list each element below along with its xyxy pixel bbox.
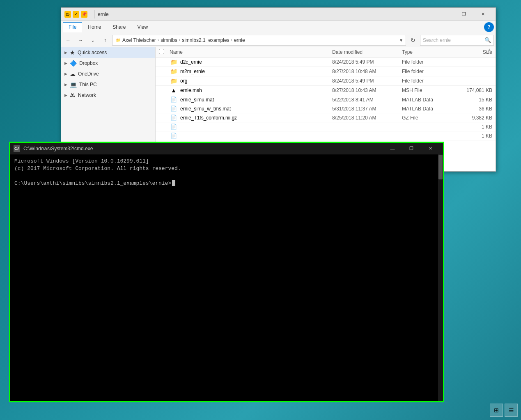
- cmd-scrollbar-thumb[interactable]: [438, 155, 443, 179]
- expand-arrow-onedrive: ▶: [64, 72, 67, 76]
- select-all-checkbox[interactable]: [159, 49, 164, 54]
- restore-button[interactable]: ❐: [454, 8, 473, 21]
- onedrive-icon: ☁: [70, 71, 76, 77]
- sidebar-item-network[interactable]: ▶ 🖧 Network: [61, 90, 155, 101]
- folder-icon: 📁: [170, 78, 178, 84]
- table-row[interactable]: 📄 ernie_simu_w_tms.mat 5/31/2018 11:37 A…: [156, 104, 496, 113]
- cmd-cursor: [172, 180, 175, 186]
- file-date: 5/22/2018 8:41 AM: [332, 97, 402, 103]
- titlebar-folder-icon: 🗁: [64, 11, 71, 18]
- file-icon: 📄: [170, 133, 178, 139]
- address-icon: 📁: [116, 38, 121, 42]
- address-bar-row: ← → ⌄ ↑ 📁 Axel Thielscher › simnibs › si…: [61, 33, 496, 47]
- header-size[interactable]: Size: [451, 49, 492, 55]
- cmd-content[interactable]: Microsoft Windows [Version 10.0.16299.61…: [10, 154, 443, 401]
- crumb-ernie[interactable]: ernie: [234, 37, 245, 43]
- table-row[interactable]: ▲ ernie.msh 8/27/2018 10:43 AM MSH File …: [156, 86, 496, 95]
- table-row[interactable]: 📁 d2c_ernie 8/24/2018 5:49 PM File folde…: [156, 57, 496, 67]
- refresh-button[interactable]: ↻: [408, 35, 418, 46]
- file-type: MATLAB Data: [402, 106, 451, 112]
- sidebar-item-onedrive[interactable]: ▶ ☁ OneDrive: [61, 69, 155, 79]
- back-button[interactable]: ←: [63, 35, 73, 46]
- file-date: 8/25/2018 11:20 AM: [332, 115, 402, 121]
- table-row[interactable]: 📁 m2m_ernie 8/27/2018 10:48 AM File fold…: [156, 67, 496, 76]
- table-row[interactable]: 📄 1 KB: [156, 131, 496, 140]
- address-box[interactable]: 📁 Axel Thielscher › simnibs › simnibs2.1…: [112, 35, 406, 46]
- cmd-title: C:\Windows\System32\cmd.exe: [23, 146, 383, 151]
- header-name[interactable]: Name: [170, 49, 332, 55]
- sidebar-label-this-pc: This PC: [79, 82, 97, 87]
- cmd-prompt-text: C:\Users\axthi\simnibs\simnibs2.1_exampl…: [14, 180, 171, 186]
- cmd-line-2: (c) 2017 Microsoft Corporation. All righ…: [14, 165, 439, 172]
- file-explorer-title-bar: 🗁 ✓ 📌 ernie — ❐ ✕: [61, 8, 496, 21]
- crumb-simnibs21[interactable]: simnibs2.1_examples: [182, 37, 229, 43]
- folder-icon: 📁: [170, 59, 178, 65]
- crumb-axel[interactable]: Axel Thielscher: [122, 37, 156, 43]
- this-pc-icon: 💻: [70, 81, 77, 88]
- network-icon: 🖧: [70, 92, 76, 99]
- file-icon: 📄: [170, 124, 178, 130]
- search-box[interactable]: Search ernie 🔍: [420, 35, 494, 46]
- folder-icon: 📁: [170, 68, 178, 75]
- file-name: ernie_simu.mat: [180, 97, 332, 103]
- cmd-prompt-line: C:\Users\axthi\simnibs\simnibs2.1_exampl…: [14, 180, 439, 186]
- file-name: ernie.msh: [180, 87, 332, 93]
- file-icon: 📄: [170, 115, 178, 121]
- cmd-restore-button[interactable]: ❐: [402, 143, 421, 154]
- file-icon: 📄: [170, 96, 178, 103]
- table-row[interactable]: 📁 org 8/24/2018 5:49 PM File folder: [156, 76, 496, 86]
- cmd-line-3: [14, 172, 439, 180]
- header-type[interactable]: Type: [402, 49, 451, 55]
- table-row[interactable]: 📄 ernie_simu.mat 5/22/2018 8:41 AM MATLA…: [156, 95, 496, 104]
- minimize-button[interactable]: —: [436, 8, 454, 21]
- cmd-window: C:\ C:\Windows\System32\cmd.exe — ❐ ✕ Mi…: [9, 142, 444, 402]
- desktop-icon-list-view[interactable]: ⊞: [490, 404, 503, 417]
- file-size: 1 KB: [451, 124, 492, 130]
- header-date[interactable]: Date modified: [332, 49, 402, 55]
- table-row[interactable]: 📄 1 KB: [156, 122, 496, 131]
- search-placeholder: Search ernie: [423, 37, 451, 43]
- sidebar-item-quick-access[interactable]: ▶ ★ Quick access: [61, 47, 155, 58]
- tab-file[interactable]: File: [63, 22, 82, 32]
- address-dropdown-btn[interactable]: ▾: [400, 37, 402, 43]
- window-controls: — ❐ ✕: [436, 8, 492, 21]
- window-title: ernie: [98, 11, 436, 17]
- file-name: ernie_T1fs_conform.nii.gz: [180, 115, 332, 121]
- tab-share[interactable]: Share: [107, 22, 131, 32]
- sidebar-label-onedrive: OneDrive: [78, 71, 99, 77]
- file-type: GZ File: [402, 115, 451, 121]
- file-size: 36 KB: [451, 106, 492, 112]
- file-name: d2c_ernie: [180, 59, 332, 65]
- tab-home[interactable]: Home: [82, 22, 107, 32]
- sidebar-label-quick-access: Quick access: [78, 50, 107, 55]
- tab-view[interactable]: View: [131, 22, 154, 32]
- sidebar-item-this-pc[interactable]: ▶ 💻 This PC: [61, 79, 155, 90]
- sidebar-label-network: Network: [78, 92, 96, 98]
- up-button[interactable]: ↑: [100, 35, 110, 46]
- nav-dropdown-button[interactable]: ⌄: [87, 35, 98, 46]
- file-icon: 📄: [170, 106, 178, 112]
- cmd-line-1: Microsoft Windows [Version 10.0.16299.61…: [14, 158, 439, 165]
- cmd-minimize-button[interactable]: —: [383, 143, 402, 154]
- desktop-icon-detail-view[interactable]: ☰: [505, 404, 518, 417]
- file-type: File folder: [402, 59, 451, 65]
- sidebar-item-dropbox[interactable]: ▶ 🔷 Dropbox: [61, 58, 155, 69]
- quick-access-icon: ★: [70, 49, 75, 56]
- ribbon: File Home Share View ?: [61, 21, 496, 33]
- cmd-close-button[interactable]: ✕: [421, 143, 440, 154]
- forward-button[interactable]: →: [75, 35, 86, 46]
- file-list-header: Name Date modified Type Size ▲: [156, 47, 496, 57]
- expand-arrow-thispc: ▶: [64, 83, 67, 87]
- close-button[interactable]: ✕: [473, 8, 492, 21]
- cmd-scrollbar[interactable]: [438, 154, 443, 401]
- help-button[interactable]: ?: [484, 22, 494, 32]
- file-icon: ▲: [170, 87, 178, 94]
- search-icon[interactable]: 🔍: [484, 37, 491, 43]
- crumb-simnibs[interactable]: simnibs: [161, 37, 177, 43]
- file-date: 5/31/2018 11:37 AM: [332, 106, 402, 112]
- titlebar-check-icon: ✓: [73, 11, 79, 18]
- header-checkbox[interactable]: [159, 49, 170, 55]
- desktop-icons: ⊞ ☰: [490, 404, 518, 417]
- table-row[interactable]: 📄 ernie_T1fs_conform.nii.gz 8/25/2018 11…: [156, 113, 496, 122]
- expand-arrow-network: ▶: [64, 93, 67, 97]
